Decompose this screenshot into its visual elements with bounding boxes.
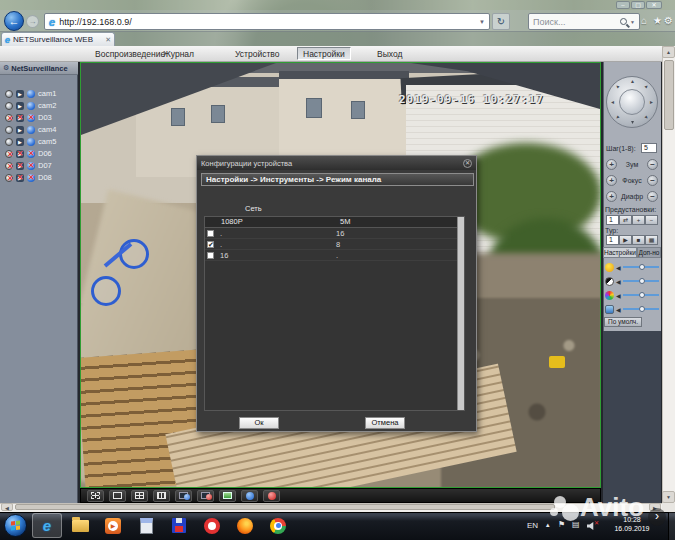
preset-goto-button[interactable]: ⇄	[619, 215, 632, 225]
play-icon[interactable]: ▶	[16, 126, 24, 134]
camera-label[interactable]: cam4	[38, 125, 56, 134]
record-icon[interactable]	[5, 162, 13, 170]
taskbar-explorer-icon[interactable]	[65, 513, 95, 538]
slider-track[interactable]	[623, 280, 659, 282]
iris-plus-button[interactable]: +	[606, 191, 617, 202]
taskbar-ie-icon[interactable]: e	[32, 513, 62, 538]
dialog-titlebar[interactable]: Конфигурации устройства ✕	[197, 156, 476, 170]
iris-minus-button[interactable]: −	[647, 191, 658, 202]
minimize-icon[interactable]: –	[616, 1, 630, 9]
taskbar-calculator-icon[interactable]	[131, 513, 161, 538]
dialog-close-icon[interactable]: ✕	[463, 159, 472, 168]
tour-grid-button[interactable]: ▦	[645, 235, 658, 245]
sidebar-item-d08[interactable]: ▶ D08	[5, 172, 77, 183]
record-icon[interactable]	[5, 90, 13, 98]
stream-icon[interactable]	[27, 90, 35, 98]
play-icon[interactable]: ▶	[16, 102, 24, 110]
stream-icon[interactable]	[27, 174, 35, 182]
close-icon[interactable]: ✕	[646, 1, 662, 9]
slider-thumb[interactable]	[639, 292, 645, 298]
hue-slider[interactable]: ◀	[605, 304, 659, 314]
scroll-right-icon[interactable]: ▶	[649, 503, 661, 511]
slider-track[interactable]	[623, 308, 659, 310]
record-icon[interactable]	[5, 114, 13, 122]
play-icon[interactable]: ▶	[16, 138, 24, 146]
tab-netsurveillance[interactable]: e NETSurveillance WEB ✕	[1, 32, 115, 46]
menu-settings[interactable]: Настройки	[297, 47, 351, 60]
menu-device[interactable]: Устройство	[235, 46, 279, 62]
play-icon[interactable]: ▶	[16, 150, 24, 158]
tour-start-button[interactable]: ▶	[619, 235, 632, 245]
favorites-icon[interactable]: ★	[653, 15, 662, 26]
row-checkbox[interactable]	[207, 230, 214, 237]
table-scrollbar[interactable]	[457, 217, 464, 410]
scroll-up-icon[interactable]: ▲	[662, 46, 675, 58]
network-icon[interactable]: ▤	[572, 520, 580, 529]
maximize-icon[interactable]: ▢	[631, 1, 645, 9]
record-icon[interactable]	[5, 174, 13, 182]
tour-input[interactable]: 1	[606, 235, 619, 245]
stream-icon[interactable]	[27, 150, 35, 158]
cancel-button[interactable]: Отмена	[365, 417, 405, 429]
stream-icon[interactable]	[27, 114, 35, 122]
quad-view-icon[interactable]	[131, 490, 148, 502]
refresh-button[interactable]: ↻	[492, 13, 510, 30]
tab-advanced[interactable]: Доп-но	[637, 247, 661, 258]
default-button[interactable]: По умолч.	[604, 317, 642, 327]
back-button[interactable]: ←	[4, 11, 24, 31]
camera-label[interactable]: D08	[38, 173, 52, 182]
saturation-slider[interactable]: ◀	[605, 290, 659, 300]
stream-icon[interactable]	[27, 162, 35, 170]
taskbar-firefox-icon[interactable]	[230, 513, 260, 538]
settings-gear-icon[interactable]: ⚙	[664, 15, 673, 26]
step-input[interactable]: 5	[641, 143, 657, 153]
url-text[interactable]: http://192.168.0.9/	[59, 17, 475, 27]
sidebar-item-d03[interactable]: ▶ D03	[5, 112, 77, 123]
play-icon[interactable]: ▶	[16, 114, 24, 122]
slider-left-icon[interactable]: ◀	[616, 306, 621, 313]
forward-button[interactable]: →	[26, 15, 39, 28]
tab-color-settings[interactable]: Настройки	[603, 247, 637, 258]
taskbar-media-player-icon[interactable]: ▶	[98, 513, 128, 538]
stream-icon[interactable]	[27, 138, 35, 146]
table-row[interactable]: . 16	[205, 228, 458, 239]
preset-remove-button[interactable]: −	[645, 215, 658, 225]
language-indicator[interactable]: EN	[527, 521, 538, 530]
search-icon[interactable]	[620, 18, 627, 25]
search-input[interactable]: Поиск... ▼	[528, 13, 640, 30]
menu-log[interactable]: Журнал	[163, 46, 194, 62]
taskbar-clock[interactable]: 10:28 16.09.2019	[602, 515, 662, 533]
open-all-video-icon[interactable]	[175, 490, 192, 502]
snapshot-icon[interactable]	[219, 490, 236, 502]
slider-thumb[interactable]	[639, 306, 645, 312]
tray-expand-icon[interactable]: ▴	[546, 521, 550, 529]
audio-icon[interactable]	[241, 490, 258, 502]
preset-add-button[interactable]: +	[632, 215, 645, 225]
sidebar-item-cam4[interactable]: ▶ cam4	[5, 124, 77, 135]
play-icon[interactable]: ▶	[16, 162, 24, 170]
play-icon[interactable]: ▶	[16, 90, 24, 98]
menu-playback[interactable]: Воспроизведение	[95, 46, 165, 62]
ptz-joystick-knob[interactable]	[619, 89, 645, 115]
table-row[interactable]: 16 .	[205, 250, 458, 261]
preset-input[interactable]: 1	[606, 215, 619, 225]
home-icon[interactable]: ⌂	[641, 15, 647, 26]
play-icon[interactable]: ▶	[16, 174, 24, 182]
slider-track[interactable]	[623, 294, 659, 296]
focus-plus-button[interactable]: +	[606, 175, 617, 186]
slider-left-icon[interactable]: ◀	[616, 278, 621, 285]
stream-icon[interactable]	[27, 102, 35, 110]
slider-thumb[interactable]	[639, 264, 645, 270]
row-checkbox[interactable]	[207, 241, 214, 248]
zoom-minus-button[interactable]: −	[647, 159, 658, 170]
show-desktop-button[interactable]	[668, 512, 675, 540]
network-tab-label[interactable]: Сеть	[245, 204, 262, 213]
camera-label[interactable]: D07	[38, 161, 52, 170]
tour-stop-button[interactable]: ■	[632, 235, 645, 245]
sidebar-item-cam5[interactable]: ▶ cam5	[5, 136, 77, 147]
scroll-down-icon[interactable]: ▼	[662, 491, 675, 503]
sidebar-item-cam1[interactable]: ▶ cam1	[5, 88, 77, 99]
focus-minus-button[interactable]: −	[647, 175, 658, 186]
sidebar-item-d07[interactable]: ▶ D07	[5, 160, 77, 171]
camera-label[interactable]: cam2	[38, 101, 56, 110]
